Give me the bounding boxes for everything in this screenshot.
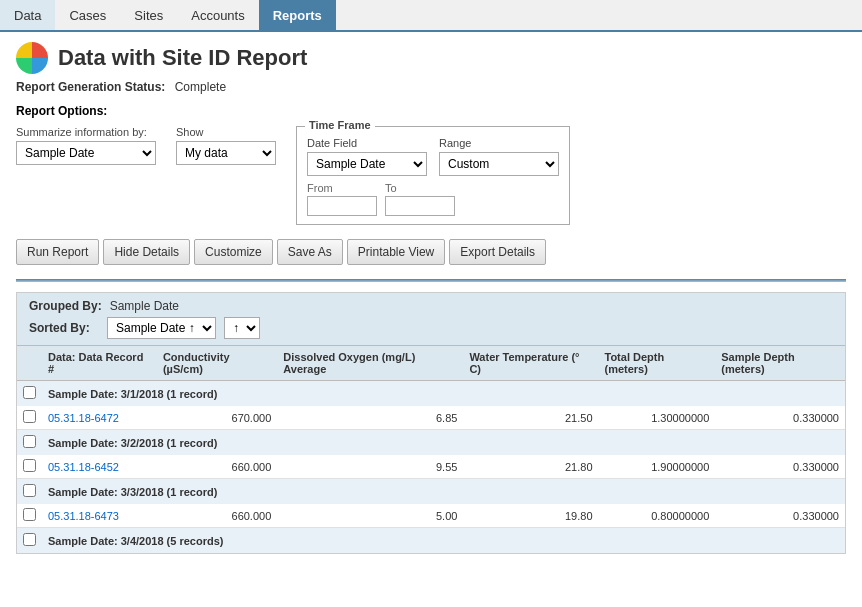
col-record: Data: Data Record # (42, 346, 157, 381)
group-header-label: Sample Date: 3/3/2018 (1 record) (42, 479, 845, 505)
record-id-cell: 05.31.18-6472 (42, 406, 157, 430)
tab-accounts[interactable]: Accounts (177, 0, 258, 30)
conductivity-cell: 660.000 (157, 504, 277, 528)
total-depth-cell: 1.30000000 (599, 406, 716, 430)
tab-sites[interactable]: Sites (120, 0, 177, 30)
col-checkbox (17, 346, 42, 381)
results-area: Grouped By: Sample Date Sorted By: Sampl… (16, 292, 846, 554)
dissolved-oxygen-cell: 9.55 (277, 455, 463, 479)
table-header-row: Data: Data Record # Conductivity (µS/cm)… (17, 346, 845, 381)
checkbox-cell[interactable] (17, 381, 42, 407)
record-id-link[interactable]: 05.31.18-6452 (48, 461, 119, 473)
tab-reports[interactable]: Reports (259, 0, 336, 30)
row-checkbox-1-0[interactable] (23, 459, 36, 472)
col-water-temp: Water Temperature (° C) (463, 346, 598, 381)
group-header-label: Sample Date: 3/2/2018 (1 record) (42, 430, 845, 456)
col-sample-depth: Sample Depth (meters) (715, 346, 845, 381)
summarize-label: Summarize information by: (16, 126, 156, 138)
range-group: Range Custom (439, 137, 559, 176)
status-row: Report Generation Status: Complete (16, 80, 846, 94)
app-logo-icon (16, 42, 48, 74)
report-options-label: Report Options: (16, 104, 846, 118)
printable-view-button[interactable]: Printable View (347, 239, 446, 265)
checkbox-cell[interactable] (17, 455, 42, 479)
row-checkbox-0-0[interactable] (23, 410, 36, 423)
grouped-by-row: Grouped By: Sample Date (29, 299, 833, 313)
timeframe-box: Time Frame Date Field Sample Date Range … (296, 126, 570, 225)
col-dissolved-oxygen: Dissolved Oxygen (mg/L) Average (277, 346, 463, 381)
sample-depth-cell: 0.330000 (715, 504, 845, 528)
grouped-sorted-bar: Grouped By: Sample Date Sorted By: Sampl… (17, 293, 845, 346)
top-navigation: Data Cases Sites Accounts Reports (0, 0, 862, 32)
table-group-header: Sample Date: 3/3/2018 (1 record) (17, 479, 845, 505)
record-id-link[interactable]: 05.31.18-6473 (48, 510, 119, 522)
run-report-button[interactable]: Run Report (16, 239, 99, 265)
group-checkbox-2[interactable] (23, 484, 36, 497)
summarize-select[interactable]: Sample Date (16, 141, 156, 165)
col-conductivity: Conductivity (µS/cm) (157, 346, 277, 381)
table-group-header: Sample Date: 3/4/2018 (5 records) (17, 528, 845, 554)
tab-data[interactable]: Data (0, 0, 55, 30)
to-input[interactable] (385, 196, 455, 216)
group-checkbox-1[interactable] (23, 435, 36, 448)
row-checkbox-2-0[interactable] (23, 508, 36, 521)
checkbox-cell[interactable] (17, 430, 42, 456)
title-row: Data with Site ID Report (16, 42, 846, 74)
options-row: Summarize information by: Sample Date Sh… (16, 126, 846, 225)
grouped-by-value: Sample Date (110, 299, 179, 313)
date-field-select[interactable]: Sample Date (307, 152, 427, 176)
tab-cases[interactable]: Cases (55, 0, 120, 30)
range-select[interactable]: Custom (439, 152, 559, 176)
from-group: From (307, 182, 377, 216)
status-value: Complete (175, 80, 226, 94)
timeframe-row: Date Field Sample Date Range Custom (307, 137, 559, 176)
data-table: Data: Data Record # Conductivity (µS/cm)… (17, 346, 845, 553)
timeframe-legend: Time Frame (305, 119, 375, 131)
to-label: To (385, 182, 455, 194)
checkbox-cell[interactable] (17, 479, 42, 505)
water-temp-cell: 19.80 (463, 504, 598, 528)
total-depth-cell: 0.80000000 (599, 504, 716, 528)
from-to-row: From To (307, 182, 559, 216)
record-id-cell: 05.31.18-6452 (42, 455, 157, 479)
page-content: Data with Site ID Report Report Generati… (0, 32, 862, 564)
range-label: Range (439, 137, 559, 149)
customize-button[interactable]: Customize (194, 239, 273, 265)
table-group-header: Sample Date: 3/2/2018 (1 record) (17, 430, 845, 456)
group-checkbox-0[interactable] (23, 386, 36, 399)
record-id-link[interactable]: 05.31.18-6472 (48, 412, 119, 424)
date-field-label: Date Field (307, 137, 427, 149)
table-row: 05.31.18-6472 670.000 6.85 21.50 1.30000… (17, 406, 845, 430)
show-label: Show (176, 126, 276, 138)
show-group: Show My data (176, 126, 276, 165)
conductivity-cell: 670.000 (157, 406, 277, 430)
export-details-button[interactable]: Export Details (449, 239, 546, 265)
checkbox-cell[interactable] (17, 528, 42, 554)
summarize-group: Summarize information by: Sample Date (16, 126, 156, 165)
from-input[interactable] (307, 196, 377, 216)
sort-direction-select[interactable]: ↑ ↓ (224, 317, 260, 339)
table-row: 05.31.18-6473 660.000 5.00 19.80 0.80000… (17, 504, 845, 528)
save-as-button[interactable]: Save As (277, 239, 343, 265)
grouped-by-label: Grouped By: (29, 299, 102, 313)
hide-details-button[interactable]: Hide Details (103, 239, 190, 265)
date-field-group: Date Field Sample Date (307, 137, 427, 176)
sort-select[interactable]: Sample Date ↑ Sample Date ↓ (107, 317, 216, 339)
water-temp-cell: 21.80 (463, 455, 598, 479)
checkbox-cell[interactable] (17, 504, 42, 528)
action-buttons: Run Report Hide Details Customize Save A… (16, 239, 846, 265)
table-header: Data: Data Record # Conductivity (µS/cm)… (17, 346, 845, 381)
page-title: Data with Site ID Report (58, 45, 307, 71)
table-body: Sample Date: 3/1/2018 (1 record) 05.31.1… (17, 381, 845, 554)
total-depth-cell: 1.90000000 (599, 455, 716, 479)
checkbox-cell[interactable] (17, 406, 42, 430)
status-label: Report Generation Status: (16, 80, 165, 94)
table-group-header: Sample Date: 3/1/2018 (1 record) (17, 381, 845, 407)
dissolved-oxygen-cell: 5.00 (277, 504, 463, 528)
conductivity-cell: 660.000 (157, 455, 277, 479)
show-select[interactable]: My data (176, 141, 276, 165)
group-checkbox-3[interactable] (23, 533, 36, 546)
group-header-label: Sample Date: 3/4/2018 (5 records) (42, 528, 845, 554)
table-row: 05.31.18-6452 660.000 9.55 21.80 1.90000… (17, 455, 845, 479)
from-label: From (307, 182, 377, 194)
